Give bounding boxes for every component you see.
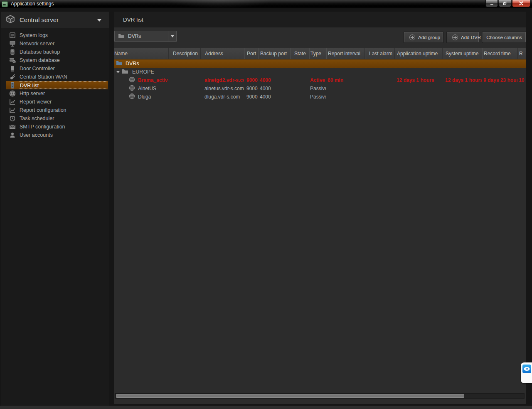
sidebar-item-report-viewer[interactable]: Report viewer <box>1 98 109 106</box>
dvr-globe-icon <box>129 76 135 84</box>
sidebar-item-label: DVR list <box>19 81 107 89</box>
table-header: Name Description Address Port Backup por… <box>114 48 526 59</box>
sidebar-item-system-database[interactable]: System database <box>1 56 109 64</box>
sidebar-item-label: System database <box>19 57 109 64</box>
column-header-type[interactable]: Type <box>309 48 326 59</box>
server-selector-dropdown[interactable]: Central server <box>1 12 109 28</box>
sidebar-item-dvr-list[interactable]: DVR list <box>6 81 108 89</box>
cell-backup-port: 4000 <box>258 77 290 83</box>
cell-report-interval: 60 min <box>326 77 365 83</box>
toolbar: DVRs Add group Add DVR Choose columns <box>114 27 526 48</box>
chevron-down-icon <box>171 35 174 37</box>
close-icon <box>519 1 523 5</box>
sidebar-item-system-logs[interactable]: System logs <box>1 31 109 39</box>
restore-icon <box>503 2 507 5</box>
sidebar-item-network-server[interactable]: Network server <box>1 39 109 48</box>
column-header-last-alarm[interactable]: Last alarm <box>365 48 394 59</box>
choose-columns-label: Choose columns <box>486 35 522 40</box>
dropdown-arrow[interactable] <box>168 31 176 41</box>
sidebar-item-door-controller[interactable]: Door Controller <box>1 64 109 73</box>
cell-type: Passive <box>309 86 326 91</box>
column-header-system-uptime[interactable]: System uptime <box>442 48 482 59</box>
central-station-wan-icon <box>9 74 16 80</box>
cell-address: alnetgd2.vdr-s.com <box>200 77 244 83</box>
window-bottom-border <box>0 406 532 409</box>
dvr-name: Brama_active <box>138 77 168 83</box>
horizontal-scrollbar[interactable] <box>115 393 525 399</box>
sidebar-item-label: SMTP configuration <box>19 123 109 131</box>
restore-button[interactable] <box>499 0 511 7</box>
alarm-clock-icon <box>9 115 16 122</box>
cell-port: 9000 <box>244 86 258 91</box>
dvr-name: Dluga <box>138 94 151 100</box>
system-logs-icon <box>9 32 16 39</box>
table-row-brama-active[interactable]: Brama_active alnetgd2.vdr-s.com 9000 400… <box>114 76 526 84</box>
cell-truncated: 10 <box>517 77 526 83</box>
cell-type: Active <box>309 77 326 83</box>
door-controller-icon <box>9 65 16 72</box>
add-dvr-label: Add DVR <box>461 35 481 40</box>
main-panel: DVR list DVRs Add group Add DVR Choose c… <box>114 12 526 404</box>
column-header-application-uptime[interactable]: Application uptime <box>394 48 442 59</box>
dvr-table: Name Description Address Port Backup por… <box>114 48 526 101</box>
chevron-down-icon <box>97 19 101 22</box>
column-header-state[interactable]: State <box>290 48 309 59</box>
sidebar-item-label: Task scheduler <box>19 115 109 122</box>
scrollbar-thumb[interactable] <box>116 394 464 398</box>
sidebar-item-database-backup[interactable]: Database backup <box>1 48 109 56</box>
sidebar-item-http-server[interactable]: Http server <box>1 89 109 98</box>
sidebar-item-label: System logs <box>19 32 109 39</box>
add-dvr-button[interactable]: Add DVR <box>447 32 479 42</box>
cube-icon <box>5 14 15 26</box>
choose-columns-button[interactable]: Choose columns <box>483 32 526 42</box>
sidebar: Central server System logs Network serve… <box>1 12 109 406</box>
group-filter-dropdown[interactable]: DVRs <box>114 31 177 42</box>
network-server-icon <box>9 40 16 47</box>
application-settings-window: Application settings Central server Syst… <box>0 0 532 409</box>
sidebar-item-label: Door Controller <box>19 65 109 72</box>
table-row-alnetus[interactable]: AlnetUS alnetus.vdr-s.com 9000 4000 Pass… <box>114 84 526 93</box>
column-header-description[interactable]: Description <box>168 48 200 59</box>
sidebar-item-label: Network server <box>19 40 109 47</box>
dvr-name: AlnetUS <box>138 86 156 91</box>
teamviewer-panel[interactable] <box>521 362 532 383</box>
cell-address: alnetus.vdr-s.com <box>200 86 244 91</box>
sidebar-item-smtp-configuration[interactable]: SMTP configuration <box>1 123 109 131</box>
server-selector-label: Central server <box>20 16 59 23</box>
column-header-name[interactable]: Name <box>114 48 168 59</box>
expander-icon[interactable] <box>116 71 120 73</box>
column-header-truncated[interactable]: R <box>517 48 526 59</box>
column-header-address[interactable]: Address <box>200 48 244 59</box>
column-header-record-time[interactable]: Record time <box>482 48 517 59</box>
page-title: DVR list <box>123 17 143 23</box>
page-header: DVR list <box>114 12 526 27</box>
group-name: DVRs <box>126 61 139 67</box>
plus-circle-icon <box>409 34 415 40</box>
app-icon <box>2 1 8 7</box>
table-row-dluga[interactable]: Dluga dluga.vdr-s.com 9000 4000 Passive <box>114 93 526 101</box>
system-database-icon <box>9 57 16 64</box>
group-row-dvrs[interactable]: DVRs <box>114 59 526 68</box>
cell-system-uptime: 12 days 1 hours <box>442 77 482 83</box>
cell-type: Passive <box>309 94 326 100</box>
add-group-label: Add group <box>418 35 440 40</box>
add-group-button[interactable]: Add group <box>404 32 443 42</box>
cell-port: 9000 <box>244 77 258 83</box>
group-name: EUROPE <box>132 69 154 75</box>
close-button[interactable] <box>512 0 530 7</box>
group-row-europe[interactable]: EUROPE <box>114 68 526 76</box>
sidebar-item-report-configuration[interactable]: Report configuration <box>1 106 109 114</box>
sidebar-item-central-station-wan[interactable]: Central Station WAN <box>1 73 109 81</box>
cell-backup-port: 4000 <box>258 94 290 100</box>
minimize-button[interactable] <box>485 0 498 7</box>
globe-icon <box>9 90 16 97</box>
window-title: Application settings <box>11 1 54 7</box>
column-header-backup-port[interactable]: Backup port <box>258 48 290 59</box>
sidebar-item-task-scheduler[interactable]: Task scheduler <box>1 114 109 123</box>
column-header-port[interactable]: Port <box>244 48 258 59</box>
dvr-list-icon <box>9 82 16 89</box>
title-bar[interactable]: Application settings <box>0 0 532 8</box>
column-header-report-interval[interactable]: Report interval <box>326 48 365 59</box>
sidebar-item-user-accounts[interactable]: User accounts <box>1 131 109 139</box>
dvr-globe-icon <box>129 93 135 101</box>
